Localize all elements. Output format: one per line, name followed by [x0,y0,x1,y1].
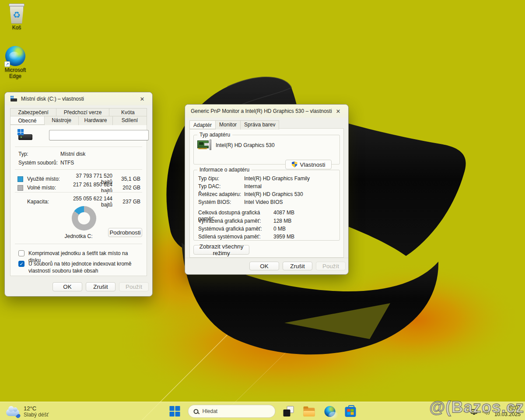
adapter-info-group-title: Informace o adaptéru [197,167,252,173]
uac-shield-icon [292,161,298,168]
tab-predchozi-verze[interactable]: Předchozí verze [56,108,109,117]
shortcut-arrow-icon: ↗ [4,61,10,67]
capacity-size: 237 GB [112,199,140,205]
shared-memory-label: Sdílená systémová paměť: [198,234,273,240]
tab-monitor[interactable]: Monitor [215,120,241,130]
used-space-label: Využité místo: [27,176,68,182]
disk-dialog-title: Místní disk (C:) – vlastnosti [21,96,136,102]
folder-icon [304,408,315,416]
taskbar-weather-widget[interactable]: 12°C Slabý déšť [6,403,49,419]
details-button[interactable]: Podrobnosti [108,228,142,237]
dedicated-memory-value: 128 MB [273,218,336,224]
adapter-properties-button-label: Vlastnosti [300,161,326,168]
file-explorer-button[interactable] [302,404,317,419]
edge-taskbar-button[interactable] [322,404,337,419]
drive-icon-large [18,129,33,141]
type-value: Místní disk [60,151,85,157]
apply-button[interactable]: Použít [119,282,149,291]
adapter-type-group: Typ adaptéru Intel(R) HD Graphics 530 Vl… [193,135,340,164]
compress-drive-checkbox[interactable] [18,250,24,256]
used-space-size: 35,1 GB [112,176,140,182]
taskbar-search-box[interactable]: Hledat [188,405,276,418]
adapter-string-value: Intel(R) HD Graphics 530 [244,191,336,197]
disk-properties-dialog: Místní disk (C:) – vlastnosti ✕ Zabezpeč… [4,92,153,297]
tab-zabezpeceni[interactable]: Zabezpečení [10,108,56,117]
capacity-label: Kapacita: [27,199,68,205]
recycle-symbol-icon: ♻ [13,10,21,19]
show-all-modes-button[interactable]: Zobrazit všechny režimy [193,245,249,255]
task-view-button[interactable] [281,404,296,419]
tab-hardware[interactable]: Hardware [78,116,113,125]
weather-condition: Slabý déšť [24,412,49,418]
free-space-label: Volné místo: [27,185,68,191]
system-memory-label: Systémová grafická paměť: [198,226,273,232]
type-label: Typ: [18,151,60,157]
desktop-icon-recycle-bin[interactable]: ♻ Koš [0,4,33,31]
adapter-dialog-title: Generic PnP Monitor a Intel(R) HD Graphi… [191,108,332,114]
adapter-info-group: Informace o adaptéru Typ čipu:Intel(R) H… [193,170,340,241]
search-icon [194,409,199,414]
bios-label: Systém BIOS: [198,199,244,205]
adapter-tab-page: Typ adaptéru Intel(R) HD Graphics 530 Vl… [189,128,344,258]
chip-type-value: Intel(R) HD Graphics Family [244,175,336,182]
drive-icon [10,96,18,102]
adapter-dialog-titlebar[interactable]: Generic PnP Monitor a Intel(R) HD Graphi… [185,105,348,118]
tab-sdileni[interactable]: Sdílení [112,116,147,125]
close-icon[interactable]: ✕ [136,94,148,104]
windows-logo-icon [170,406,180,416]
adapter-properties-dialog: Generic PnP Monitor a Intel(R) HD Graphi… [185,104,349,275]
adapter-name: Intel(R) HD Graphics 530 [216,142,275,148]
used-space-swatch [18,176,23,182]
chip-type-label: Typ čipu: [198,175,244,182]
apply-button[interactable]: Použít [316,262,346,270]
index-contents-checkbox-row[interactable]: ✓ U souborů na této jednotce indexovat k… [18,260,140,274]
close-icon[interactable]: ✕ [332,106,344,116]
disk-dialog-titlebar[interactable]: Místní disk (C:) – vlastnosti ✕ [5,92,152,105]
desktop-icon-microsoft-edge[interactable]: ↗ Microsoft Edge [0,46,32,80]
adapter-type-group-title: Typ adaptéru [197,132,232,138]
desktop-icon-label: Microsoft Edge [0,67,32,80]
weather-temperature: 12°C [24,405,49,412]
capacity-bytes: 255 055 622 144 bajtů [68,196,112,208]
adapter-string-label: Řetězec adaptéru: [198,191,244,197]
free-space-size: 202 GB [112,185,140,191]
tab-adapter[interactable]: Adaptér [189,120,216,130]
system-memory-value: 0 MB [273,226,336,232]
tab-nastroje[interactable]: Nástroje [44,116,79,125]
dac-type-value: Internal [244,183,336,189]
start-button[interactable] [168,404,182,419]
ok-button[interactable]: OK [52,282,82,291]
microsoft-store-button[interactable] [343,404,358,419]
index-contents-checkbox[interactable]: ✓ [18,261,24,267]
bazos-watermark: @(Bazos.cz [429,398,524,416]
volume-label-input[interactable] [49,130,149,140]
cancel-button[interactable]: Zrušit [283,262,312,270]
disk-usage-donut-chart [72,206,96,231]
tab-sprava-barev[interactable]: Správa barev [240,120,279,130]
dac-type-label: Typ DAC: [198,183,244,189]
weather-rain-cloud-icon [6,409,19,416]
edge-icon [324,406,335,417]
store-icon [345,407,356,417]
cancel-button[interactable]: Zrušit [86,282,116,291]
index-contents-label: U souborů na této jednotce indexovat kro… [28,260,140,274]
tab-obecne[interactable]: Obecné [10,116,45,125]
graphics-card-icon [196,139,212,151]
search-placeholder: Hledat [203,408,218,414]
desktop-icon-label: Koš [12,25,21,31]
ok-button[interactable]: OK [249,262,279,270]
adapter-properties-button[interactable]: Vlastnosti [285,160,332,169]
dedicated-memory-label: Vyhrazená grafická paměť: [198,218,273,224]
bios-value: Intel Video BIOS [244,199,336,205]
filesystem-label: Systém souborů: [18,160,60,166]
tab-kvota[interactable]: Kvóta [109,108,147,117]
free-space-swatch [18,185,23,191]
task-view-icon [284,406,294,416]
filesystem-value: NTFS [60,160,74,166]
recycle-bin-icon: ♻ [8,4,25,24]
shared-memory-value: 3959 MB [273,234,336,240]
disk-general-tab-page: Typ: Místní disk Systém souborů: NTFS Vy… [10,123,147,276]
